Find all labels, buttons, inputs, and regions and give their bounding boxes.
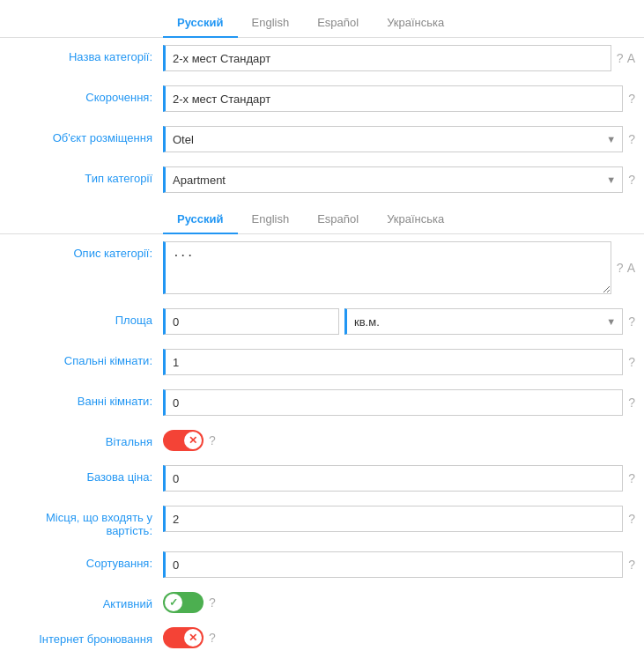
- help-icon-accommodation[interactable]: ?: [628, 132, 635, 146]
- help-icon-category-type[interactable]: ?: [628, 173, 635, 187]
- form-section: Русский English Español Українська Назва…: [0, 9, 644, 655]
- description-textarea[interactable]: ...: [163, 241, 611, 294]
- category-name-row: Назва категорії: ? A: [0, 38, 644, 78]
- bathrooms-control: ?: [163, 389, 635, 416]
- tab-russian-2[interactable]: Русский: [163, 205, 238, 234]
- internet-booking-toggle-wrap: ✕: [163, 627, 204, 648]
- help-icon-sorting[interactable]: ?: [628, 558, 635, 572]
- base-price-input[interactable]: [163, 465, 623, 492]
- included-places-row: Місця, що входять у вартість: ?: [0, 499, 644, 544]
- included-places-control: ?: [163, 506, 635, 532]
- x-icon-booking: ✕: [189, 632, 197, 644]
- help-icon-abbr[interactable]: ?: [628, 92, 635, 106]
- area-row: Площа кв.м. ▼ ?: [0, 301, 644, 342]
- abbreviation-label: Скорочення:: [9, 85, 163, 104]
- help-icon-bathrooms[interactable]: ?: [628, 396, 635, 410]
- translate-icon-desc[interactable]: A: [627, 261, 635, 275]
- category-name-input[interactable]: [163, 45, 611, 71]
- bathrooms-label: Ванні кімнати:: [9, 389, 163, 408]
- category-type-select-wrap: Apartment ▼: [163, 166, 623, 193]
- included-places-label: Місця, що входять у вартість:: [9, 506, 163, 537]
- living-room-control: ✕ ?: [163, 430, 635, 451]
- sorting-row: Сортування: ?: [0, 544, 644, 585]
- tab-ukrainian-2[interactable]: Українська: [373, 205, 458, 234]
- accommodation-control: Otel ▼ ?: [163, 126, 635, 152]
- active-toggle[interactable]: ✓: [163, 592, 204, 613]
- area-input[interactable]: [163, 308, 339, 335]
- bedrooms-label: Спальні кімнати:: [9, 349, 163, 367]
- help-icon-area[interactable]: ?: [628, 314, 635, 329]
- translate-icon[interactable]: A: [627, 51, 635, 65]
- base-price-row: Базова ціна: ?: [0, 458, 644, 499]
- category-name-icons: ? A: [617, 51, 635, 65]
- tab-english-1[interactable]: English: [238, 9, 304, 38]
- included-places-input[interactable]: [163, 506, 623, 532]
- description-row: Опис категорії: ... ? A: [0, 234, 644, 301]
- internet-booking-label: Інтернет бронювання: [9, 627, 163, 646]
- active-row: Активний ✓ ?: [0, 585, 644, 620]
- area-control: кв.м. ▼ ?: [163, 308, 635, 335]
- category-type-row: Тип категорії Apartment ▼ ?: [0, 159, 644, 200]
- area-unit-select[interactable]: кв.м.: [344, 308, 623, 335]
- base-price-label: Базова ціна:: [9, 465, 163, 484]
- description-icons: ? A: [617, 261, 635, 275]
- abbreviation-control: ?: [163, 85, 635, 112]
- internet-booking-control: ✕ ?: [163, 627, 635, 648]
- active-label: Активний: [9, 592, 163, 610]
- help-icon-bedrooms[interactable]: ?: [628, 355, 635, 369]
- tab-bar-2: Русский English Español Українська: [0, 205, 644, 234]
- check-icon: ✓: [169, 596, 178, 609]
- area-label: Площа: [9, 308, 163, 327]
- internet-booking-toggle-knob: ✕: [184, 629, 202, 647]
- category-name-control: ? A: [163, 45, 635, 71]
- living-room-toggle-wrap: ✕: [163, 430, 204, 451]
- description-label: Опис категорії:: [9, 241, 163, 260]
- living-room-toggle[interactable]: ✕: [163, 430, 204, 451]
- x-icon: ✕: [189, 434, 197, 447]
- category-type-label: Тип категорії: [9, 166, 163, 185]
- bathrooms-input[interactable]: [163, 389, 623, 416]
- tab-espanol-2[interactable]: Español: [303, 205, 373, 234]
- bedrooms-input[interactable]: [163, 349, 623, 375]
- bedrooms-row: Спальні кімнати: ?: [0, 342, 644, 382]
- accommodation-row: Об'єкт розміщення Otel ▼ ?: [0, 119, 644, 159]
- help-icon-desc[interactable]: ?: [617, 261, 624, 275]
- area-unit-select-wrap: кв.м. ▼: [344, 308, 623, 335]
- description-control: ... ? A: [163, 241, 635, 294]
- tab-espanol-1[interactable]: Español: [303, 9, 373, 38]
- accommodation-label: Об'єкт розміщення: [9, 126, 163, 144]
- bathrooms-row: Ванні кімнати: ?: [0, 382, 644, 423]
- abbreviation-input[interactable]: [163, 85, 623, 112]
- tab-english-2[interactable]: English: [238, 205, 304, 234]
- accommodation-select[interactable]: Otel: [163, 126, 623, 152]
- internet-booking-toggle[interactable]: ✕: [163, 627, 204, 648]
- base-price-control: ?: [163, 465, 635, 492]
- living-room-row: Вітальня ✕ ?: [0, 423, 644, 458]
- sorting-label: Сортування:: [9, 551, 163, 570]
- category-type-control: Apartment ▼ ?: [163, 166, 635, 193]
- active-control: ✓ ?: [163, 592, 635, 613]
- sorting-input[interactable]: [163, 551, 623, 578]
- help-icon-living-room[interactable]: ?: [209, 433, 216, 447]
- accommodation-select-wrap: Otel ▼: [163, 126, 623, 152]
- bedrooms-control: ?: [163, 349, 635, 375]
- tab-russian-1[interactable]: Русский: [163, 9, 238, 38]
- sorting-control: ?: [163, 551, 635, 578]
- help-icon-active[interactable]: ?: [209, 595, 216, 610]
- tab-ukrainian-1[interactable]: Українська: [373, 9, 458, 38]
- help-icon-base-price[interactable]: ?: [628, 471, 635, 485]
- internet-booking-row: Інтернет бронювання ✕ ?: [0, 620, 644, 655]
- category-type-select[interactable]: Apartment: [163, 166, 623, 193]
- category-name-label: Назва категорії:: [9, 45, 163, 63]
- abbreviation-row: Скорочення: ?: [0, 78, 644, 119]
- tab-bar-1: Русский English Español Українська: [0, 9, 644, 38]
- area-group: кв.м. ▼: [163, 308, 623, 335]
- help-icon[interactable]: ?: [617, 51, 624, 65]
- living-room-toggle-knob: ✕: [184, 432, 202, 449]
- help-icon-included-places[interactable]: ?: [628, 512, 635, 526]
- help-icon-internet-booking[interactable]: ?: [209, 631, 216, 645]
- living-room-label: Вітальня: [9, 430, 163, 448]
- active-toggle-knob: ✓: [165, 594, 182, 611]
- active-toggle-wrap: ✓: [163, 592, 204, 613]
